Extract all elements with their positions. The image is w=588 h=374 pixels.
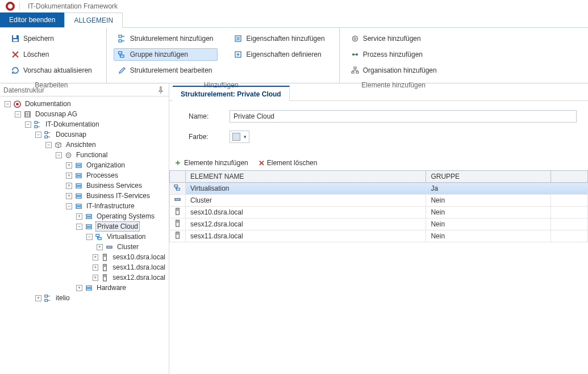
detail-form: Name: Farbe: ▾	[169, 101, 588, 156]
delete-button[interactable]: Löschen	[7, 48, 96, 61]
tree-node[interactable]: +itelio	[1, 293, 168, 303]
svg-rect-24	[352, 72, 354, 73]
tree-node[interactable]: +sesx12.dsra.local	[1, 272, 168, 283]
service-add-button[interactable]: Service hinzufügen	[347, 32, 441, 45]
tree-node[interactable]: −Docusnap	[1, 129, 168, 140]
tree-node[interactable]: −Private Cloud	[1, 221, 168, 232]
tree-node[interactable]: −Ansichten	[1, 140, 168, 150]
svg-rect-73	[45, 295, 48, 297]
tree-toggle[interactable]: −	[66, 203, 72, 209]
element-delete-button[interactable]: ✕ Element löschen	[258, 158, 318, 168]
tree-toggle[interactable]: +	[93, 254, 99, 260]
tree-node[interactable]: +Cluster	[1, 242, 168, 252]
properties-add-label: Eigenschaften hinzufügen	[247, 35, 325, 43]
tree-toggle[interactable]: +	[93, 275, 99, 281]
table-row[interactable]: sesx10.dsra.localNein	[170, 207, 588, 218]
tree-node[interactable]: −Dokumentation	[1, 99, 168, 109]
tree-node[interactable]: −Functional	[1, 150, 168, 160]
svg-rect-1	[13, 35, 16, 38]
svg-rect-42	[76, 163, 81, 165]
tree-toggle[interactable]: +	[76, 213, 82, 220]
grid-col-group[interactable]: GRUPPE	[426, 171, 551, 183]
tree-node[interactable]: −Docusnap AG	[1, 109, 168, 119]
tree-node[interactable]: +Organization	[1, 160, 168, 170]
tree-toggle[interactable]: −	[76, 224, 82, 230]
structure-edit-button[interactable]: Strukturelement bearbeiten	[114, 64, 218, 77]
tree-toggle[interactable]: +	[76, 285, 82, 291]
tree-toggle[interactable]: +	[35, 295, 41, 301]
organization-icon	[351, 66, 360, 75]
group-add-button[interactable]: Gruppe hinzufügen	[114, 48, 218, 61]
content-header: Strukturelement: Private Cloud	[173, 86, 290, 101]
properties-define-label: Eigenschaften definieren	[247, 51, 322, 58]
name-label: Name:	[189, 112, 230, 120]
cell-group: Nein	[426, 230, 551, 242]
svg-rect-47	[76, 186, 81, 188]
tree-node[interactable]: −Virtualisation	[1, 232, 168, 242]
svg-rect-77	[174, 185, 178, 187]
tree-toggle[interactable]: −	[25, 121, 31, 128]
tree-toggle[interactable]: +	[66, 183, 72, 189]
pin-icon[interactable]	[156, 86, 165, 95]
tree-toggle[interactable]: +	[66, 173, 72, 179]
tree-toggle[interactable]: −	[45, 142, 52, 148]
table-row[interactable]: sesx12.dsra.localNein	[170, 218, 588, 230]
tree-node[interactable]: +Business IT-Services	[1, 191, 168, 201]
tree-toggle[interactable]: +	[66, 193, 72, 199]
svg-rect-54	[86, 224, 91, 226]
tree-node-label: Ansichten	[65, 140, 97, 149]
organization-add-button[interactable]: Organisation hinzufügen	[347, 64, 441, 77]
tree-node[interactable]: +Hardware	[1, 283, 168, 293]
save-button[interactable]: Speichern	[7, 32, 96, 45]
tree-node[interactable]: +Processes	[1, 170, 168, 180]
layer-icon	[74, 171, 83, 180]
delete-label: Löschen	[23, 51, 49, 58]
tree-node[interactable]: −IT-Infrastructure	[1, 201, 168, 211]
tree-node-label: Processes	[85, 171, 119, 180]
tree-toggle[interactable]: −	[56, 152, 62, 158]
cell-element-name: sesx10.dsra.local	[186, 207, 426, 218]
preview-refresh-button[interactable]: Vorschau aktualisieren	[7, 64, 96, 77]
tree-toggle[interactable]: −	[5, 101, 11, 107]
tree-node-label: Dokumentation	[24, 99, 72, 108]
tree-node[interactable]: +sesx10.dsra.local	[1, 252, 168, 262]
process-add-label: Prozess hinzufügen	[363, 51, 423, 58]
properties-add-button[interactable]: Eigenschaften hinzufügen	[230, 32, 329, 45]
svg-rect-50	[76, 204, 81, 205]
ribbon-group-hinzufuegen: Strukturelement hinzufügen Eigenschaften…	[107, 28, 340, 83]
tree-node-label: Operating Systems	[95, 212, 156, 221]
table-row[interactable]: ClusterNein	[170, 195, 588, 207]
name-input[interactable]	[230, 110, 577, 123]
delete-icon	[11, 50, 20, 59]
structure-add-button[interactable]: Strukturelement hinzufügen	[114, 32, 218, 45]
svg-rect-78	[177, 188, 180, 190]
table-row[interactable]: VirtualisationJa	[170, 183, 588, 195]
tree-toggle[interactable]: −	[15, 111, 21, 117]
tree-toggle[interactable]: +	[93, 264, 99, 271]
color-picker[interactable]: ▾	[230, 131, 249, 143]
layer-icon	[74, 161, 83, 170]
properties-define-button[interactable]: Eigenschaften definieren	[230, 48, 329, 61]
tree-node[interactable]: +Business Services	[1, 180, 168, 191]
tree[interactable]: −Dokumentation−Docusnap AG−IT-Dokumentat…	[0, 96, 169, 374]
pencil-icon	[118, 66, 127, 75]
tree-toggle[interactable]: +	[97, 244, 103, 250]
tree-node[interactable]: +sesx11.dsra.local	[1, 262, 168, 272]
layer-icon	[74, 192, 83, 200]
process-add-button[interactable]: Prozess hinzufügen	[347, 48, 441, 61]
tree-toggle[interactable]: −	[86, 234, 93, 240]
svg-rect-74	[45, 299, 48, 301]
table-row[interactable]: sesx11.dsra.localNein	[170, 230, 588, 242]
tree-node[interactable]: −IT-Dokumentation	[1, 119, 168, 129]
svg-point-60	[109, 246, 110, 247]
elements-grid[interactable]: ELEMENT NAME GRUPPE VirtualisationJaClus…	[169, 170, 588, 242]
elements-add-button[interactable]: ＋ Elemente hinzufügen	[174, 158, 248, 168]
tree-node[interactable]: +Operating Systems	[1, 211, 168, 221]
server-icon	[101, 263, 109, 272]
tree-toggle[interactable]: −	[35, 132, 41, 138]
tab-allgemein[interactable]: ALLGEMEIN	[64, 12, 123, 28]
tree-toggle[interactable]: +	[66, 162, 72, 169]
tab-editor-beenden[interactable]: Editor beenden	[0, 12, 64, 27]
grid-col-name[interactable]: ELEMENT NAME	[186, 171, 426, 183]
svg-rect-5	[119, 35, 122, 37]
